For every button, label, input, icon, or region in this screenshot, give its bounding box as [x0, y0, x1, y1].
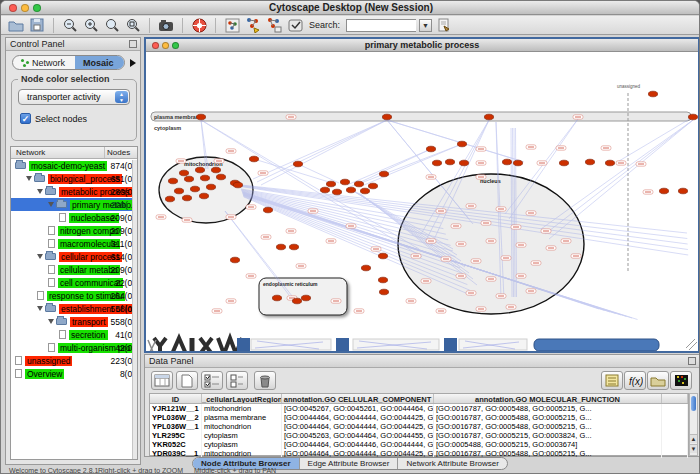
table-row[interactable]: YPL036W__2plasma membrane[GO:0044464, GO…	[150, 413, 688, 422]
network-tree-row[interactable]: macromolecule311(0)	[11, 237, 137, 250]
import-attributes-icon[interactable]	[265, 17, 283, 33]
float-data-panel-icon[interactable]	[688, 357, 696, 365]
network-tree-row[interactable]: metabolic process280(0)	[11, 185, 137, 198]
table-cell: [GO:0016787, GO:0005488, GO:0005215, G..…	[434, 404, 662, 413]
network-tree-row[interactable]: secretion41(0)	[11, 328, 137, 341]
new-network-icon[interactable]	[223, 17, 241, 33]
table-cell: [GO:0045263, GO:0044464, GO:0044455, G..…	[282, 431, 434, 440]
plasma-membrane-label: plasma membrane	[154, 114, 202, 120]
network-tree-row[interactable]: cell communicat22(0)	[11, 276, 137, 289]
table-row[interactable]: YKR052Ccytoplasm[GO:0044464, GO:0044446,…	[150, 440, 688, 449]
network-view-titlebar[interactable]: primary metabolic process	[146, 39, 698, 52]
window-title: Cytoscape Desktop (New Session)	[1, 2, 700, 13]
network-file-icon	[15, 356, 22, 365]
attribute-table-header[interactable]: ID _cellularLayoutRegion annotation.GO C…	[150, 394, 688, 404]
network-tree-row[interactable]: nitrogen compo209(0)	[11, 224, 137, 237]
new-attribute-icon[interactable]	[176, 371, 198, 390]
table-row[interactable]: YLR295Ccytoplasm[GO:0045263, GO:0044464,…	[150, 431, 688, 440]
unselect-attributes-icon[interactable]	[226, 371, 248, 390]
search-config-icon[interactable]	[435, 17, 453, 33]
attribute-list-icon[interactable]	[601, 371, 623, 390]
table-cell: [GO:0044464, GO:0044444, GO:0044425, G..…	[282, 413, 434, 422]
table-scrollbar-thumb[interactable]	[691, 396, 696, 411]
select-nodes-checkbox[interactable]: ✓	[20, 113, 31, 124]
grid-icon[interactable]	[151, 371, 173, 390]
network-tree-row[interactable]: multi-organism pro42(0)	[11, 341, 137, 354]
table-cell	[662, 422, 688, 431]
import-network-icon[interactable]	[244, 17, 262, 33]
network-tree-row[interactable]: nucleobase-209(0)	[11, 211, 137, 224]
network-tree-row[interactable]: mosaic-demo-yeast874(0)	[11, 159, 137, 172]
cytoplasm-label: cytoplasm	[154, 125, 181, 131]
float-panel-icon[interactable]	[129, 40, 137, 48]
tree-scrollbar[interactable]	[132, 160, 137, 459]
help-icon[interactable]	[190, 17, 208, 33]
network-tree-row[interactable]: cellular process614(0)	[11, 250, 137, 263]
table-cell: mitochondrion	[202, 404, 282, 413]
scroll-down-icon[interactable]: ▼	[690, 444, 697, 453]
search-dropdown-arrow[interactable]: ▼	[419, 19, 432, 32]
snapshot-icon[interactable]	[157, 17, 175, 33]
network-tree-row[interactable]: response to stimulu264(0)	[11, 289, 137, 302]
network-graph[interactable]: plasma membranecytoplasmmitochondrionnuc…	[146, 52, 698, 351]
data-panel-titlebar: Data Panel	[145, 355, 699, 368]
network-tree-row[interactable]: transport558(0)	[11, 315, 137, 328]
zoom-selected-icon[interactable]	[103, 17, 121, 33]
table-cell: cytoplasm	[202, 440, 282, 449]
function-builder-icon[interactable]: f(x)	[624, 371, 646, 390]
table-cell: YPL036W__1	[150, 422, 202, 431]
zoom-fit-icon[interactable]	[124, 17, 142, 33]
network-tree-row[interactable]: Overview8(0)	[11, 367, 137, 380]
expand-triangle-icon[interactable]	[48, 202, 54, 207]
matrix-icon[interactable]	[670, 371, 692, 390]
network-tree-row[interactable]: primary metabo209(...	[11, 198, 137, 211]
expand-triangle-icon[interactable]	[26, 176, 32, 181]
color-attribute-dropdown[interactable]: transporter activity ▲▼	[18, 89, 130, 105]
dropdown-stepper-icon: ▲▼	[115, 91, 128, 103]
attribute-table-body: YJR121W__1mitochondrion[GO:0045267, GO:0…	[150, 404, 688, 458]
table-cell	[662, 431, 688, 440]
table-scrollbar[interactable]: ▲ ▼	[689, 393, 698, 456]
tab-mosaic[interactable]: Mosaic	[75, 56, 124, 69]
window-titlebar[interactable]: Cytoscape Desktop (New Session)	[1, 1, 700, 15]
search-input[interactable]	[346, 19, 416, 32]
network-tree-row[interactable]: establishment of lo558(0)	[11, 302, 137, 315]
tree-row-label: mosaic-demo-yeast	[29, 161, 107, 171]
table-cell: YPL036W__2	[150, 413, 202, 422]
node-color-selection-group: Node color selection transporter activit…	[11, 79, 137, 141]
network-canvas[interactable]: plasma membranecytoplasmmitochondrionnuc…	[146, 52, 698, 351]
expand-triangle-icon[interactable]	[37, 306, 43, 311]
tab-overflow-arrow[interactable]	[130, 59, 136, 67]
select-attributes-icon[interactable]	[201, 371, 223, 390]
table-cell: [GO:0016787, GO:0005488, GO:0005215, G..…	[434, 413, 662, 422]
canvas-bottom-strip	[148, 338, 697, 351]
expand-triangle-icon[interactable]	[48, 319, 54, 324]
save-icon[interactable]	[28, 17, 46, 33]
open-icon[interactable]	[7, 17, 25, 33]
zoom-in-icon[interactable]	[82, 17, 100, 33]
delete-attribute-icon[interactable]	[254, 371, 276, 390]
network-tree-row[interactable]: biological_process651(0)	[11, 172, 137, 185]
table-cell: plasma membrane	[202, 413, 282, 422]
zoom-out-icon[interactable]	[61, 17, 79, 33]
expand-triangle-icon[interactable]	[37, 254, 43, 259]
table-cell: mitochondrion	[202, 422, 282, 431]
column-nodes: Nodes	[105, 147, 137, 158]
table-cell: [GO:0016787, GO:0005215, GO:0003824, G..…	[434, 431, 662, 440]
folder-icon	[34, 175, 45, 182]
control-panel: Control Panel Network Mosaic Node color …	[5, 37, 141, 465]
network-tree-body: mosaic-demo-yeast874(0)biological_proces…	[11, 159, 137, 380]
endoplasmic-reticulum-label: endoplasmic reticulum	[263, 281, 318, 287]
tab-network[interactable]: Network	[13, 56, 75, 69]
scroll-up-icon[interactable]: ▲	[690, 434, 697, 443]
import-attributes-icon[interactable]	[647, 371, 669, 390]
network-tree-row[interactable]: cellular metabo209(0)	[11, 263, 137, 276]
vizmapper-icon[interactable]	[286, 17, 304, 33]
table-cell: [GO:0005488, GO:0005215, GO:0003674]	[434, 440, 662, 449]
network-tree-row[interactable]: unassigned223(0)	[11, 354, 137, 367]
network-file-icon	[48, 239, 55, 248]
table-row[interactable]: YJR121W__1mitochondrion[GO:0045267, GO:0…	[150, 404, 688, 413]
table-row[interactable]: YPL036W__1mitochondrion[GO:0044464, GO:0…	[150, 422, 688, 431]
control-panel-title: Control Panel	[10, 39, 65, 49]
expand-triangle-icon[interactable]	[37, 189, 43, 194]
